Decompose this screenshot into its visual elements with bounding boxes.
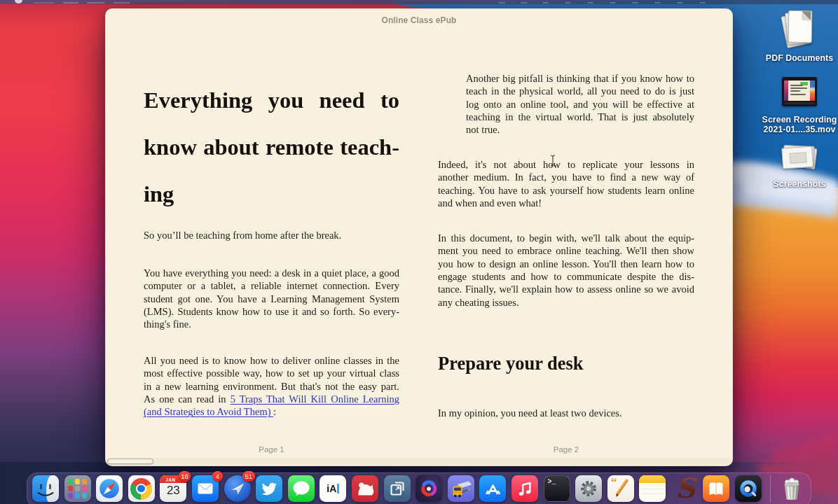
- text-line: log onto an online tool, and you will be…: [466, 98, 694, 111]
- text-line: know about remote teach-: [144, 124, 399, 171]
- dock-icon-mail[interactable]: 4: [192, 475, 219, 502]
- text-line: tance. Finally, we'll explain how to ass…: [438, 283, 694, 295]
- book-page-right: Another big pitfall is thinking that if …: [438, 8, 694, 466]
- desktop-icon-screenshots[interactable]: Screenshots: [760, 141, 838, 189]
- paragraph-with-link: All you need is to know how to deliver o…: [144, 354, 399, 419]
- text-line: in a new learning environment. But that'…: [144, 380, 399, 393]
- paragraph: In this document, to begin with, we'll t…: [438, 232, 694, 309]
- dock-icon-scrivener[interactable]: S: [671, 475, 698, 502]
- dock-icon-writing-pen[interactable]: “: [607, 475, 634, 502]
- menubar-hint: [114, 2, 130, 4]
- calendar-month-label: JAN: [165, 477, 175, 483]
- screenshots-stack-icon: [778, 141, 820, 175]
- dock-icon-chrome[interactable]: [128, 475, 155, 502]
- ia-writer-cursor-bar: [337, 484, 339, 493]
- page-number-label: Page 1: [144, 445, 399, 454]
- paragraph: So you’ll be teaching from home after th…: [144, 229, 399, 241]
- text-line: ing: [144, 171, 399, 218]
- menubar-hint: [587, 2, 593, 4]
- paragraph: Indeed, it's not about how to replicate …: [438, 158, 694, 209]
- menubar-hint: [87, 2, 105, 4]
- dock-icon-music[interactable]: [511, 475, 538, 502]
- menubar-hint: [677, 2, 683, 4]
- text-line: teaching. You have to ask yourself how s…: [438, 184, 694, 197]
- dock-icon-launchpad[interactable]: [64, 475, 91, 502]
- dock-icon-quicktime[interactable]: [735, 475, 762, 502]
- paragraph: You have everything you need: a desk in …: [144, 267, 399, 331]
- text-line: As one can read in 5 Traps That Will Kil…: [144, 393, 399, 405]
- dock-icon-ia-writer[interactable]: iA: [320, 475, 346, 502]
- terminal-prompt-glyph: >_: [548, 478, 556, 486]
- dock-icon-transmit[interactable]: [448, 475, 474, 502]
- hyperlink[interactable]: 5 Traps That Will Kill Online Learning: [231, 393, 399, 405]
- desktop-icon-pdf-documents[interactable]: PDF Documents: [760, 10, 838, 63]
- menubar-hint: [542, 2, 549, 4]
- menubar-hint: [565, 2, 571, 4]
- spark-badge: 51: [242, 471, 255, 482]
- text-line: (LMS). Students know how to use it and s…: [144, 305, 399, 318]
- paragraph: In my opinion, you need at least two dev…: [438, 407, 694, 419]
- apple-logo-icon[interactable]: [15, 0, 22, 4]
- dock-icon-calendar[interactable]: JAN 23 16: [160, 475, 186, 502]
- dock-icon-trash[interactable]: [778, 475, 805, 502]
- menubar-menu-hints: [34, 2, 55, 4]
- ebook-reader-window: Online Class ePub Everything you need to…: [105, 8, 733, 466]
- dock-icon-terminal[interactable]: >_: [544, 475, 570, 502]
- pdf-documents-icon: [777, 10, 822, 49]
- ia-writer-logo-text: iA: [327, 483, 336, 494]
- dock-icon-system-preferences[interactable]: [575, 475, 602, 502]
- menubar-hint: [654, 2, 661, 4]
- dock-icon-safari[interactable]: [96, 475, 123, 502]
- dock-icon-twitter[interactable]: [256, 475, 282, 502]
- scrivener-s-glyph: S: [675, 472, 697, 504]
- page-number-label: Page 2: [438, 445, 694, 454]
- chapter-heading: Everything you need toknow about remote …: [144, 77, 399, 218]
- text-line: Everything you need to: [144, 77, 399, 124]
- text-line: teaching in the virtual world. That is j…: [466, 111, 694, 123]
- text-line: In this document, to begin with, we'll t…: [438, 232, 694, 244]
- dock: JAN 23 16 4 51: [27, 472, 811, 504]
- desktop-icon-label: Screen Recording: [755, 115, 838, 125]
- horizontal-scrollbar-track[interactable]: [107, 458, 731, 465]
- text-line: engage students and how to communicate d…: [438, 270, 694, 283]
- menubar-hint: [632, 2, 638, 4]
- text-line: You have everything you need: a desk in …: [144, 267, 399, 279]
- dock-icon-swirl-media[interactable]: [415, 475, 442, 502]
- dock-icon-app-store[interactable]: [479, 475, 506, 502]
- menubar-hint: [63, 2, 78, 4]
- text-line: In my opinion, you need at least two dev…: [438, 407, 694, 419]
- dock-icon-bear[interactable]: [352, 475, 378, 502]
- text-line: most effective possible way, how to set …: [144, 367, 399, 379]
- paragraph-indented: Another big pitfall is thinking that if …: [466, 72, 694, 136]
- menubar-hint: [521, 2, 527, 4]
- dock-icon-spark[interactable]: 51: [224, 475, 251, 502]
- text-line: student got one. You have a Learning Man…: [144, 293, 399, 305]
- text-line: computer or a tablet, a reliable interne…: [144, 279, 399, 292]
- text-line: teach in the physical world, all you nee…: [466, 85, 694, 97]
- desktop-icon-label: Screenshots: [760, 179, 838, 189]
- text-cursor-pointer: [549, 154, 556, 167]
- dock-icon-messages[interactable]: [288, 475, 315, 502]
- text-line: So you’ll be teaching from home after th…: [144, 229, 399, 241]
- hyperlink[interactable]: (and Strategies to Avoid Them): [144, 406, 273, 417]
- screen-recording-thumbnail-icon: [782, 77, 817, 106]
- text-line: thing's fine.: [144, 318, 399, 330]
- text-line: ment you need to embrace online teaching…: [438, 244, 694, 257]
- calendar-badge: 16: [179, 471, 191, 482]
- desktop-icon-label: PDF Documents: [760, 53, 838, 63]
- dock-icon-books[interactable]: [703, 475, 729, 502]
- dock-icon-notes[interactable]: [639, 475, 666, 502]
- horizontal-scrollbar-thumb[interactable]: [107, 458, 153, 464]
- desktop-icon-screen-recording[interactable]: Screen Recording 2021-01....35.mov: [755, 77, 838, 134]
- text-line: another medium. In fact, you have to fin…: [438, 171, 694, 183]
- text-line: not true.: [466, 123, 694, 136]
- menubar-status-icons: [499, 2, 505, 4]
- calendar-day-label: 23: [160, 484, 186, 498]
- book-page-left: Everything you need toknow about remote …: [144, 8, 399, 466]
- dock-icon-window-manager[interactable]: [384, 475, 411, 502]
- dock-icon-finder[interactable]: [32, 475, 59, 502]
- menubar-hint: [699, 2, 706, 4]
- menubar-hint: [610, 2, 616, 4]
- text-line: Another big pitfall is thinking that if …: [466, 72, 694, 85]
- text-line: (and Strategies to Avoid Them) :: [144, 405, 399, 418]
